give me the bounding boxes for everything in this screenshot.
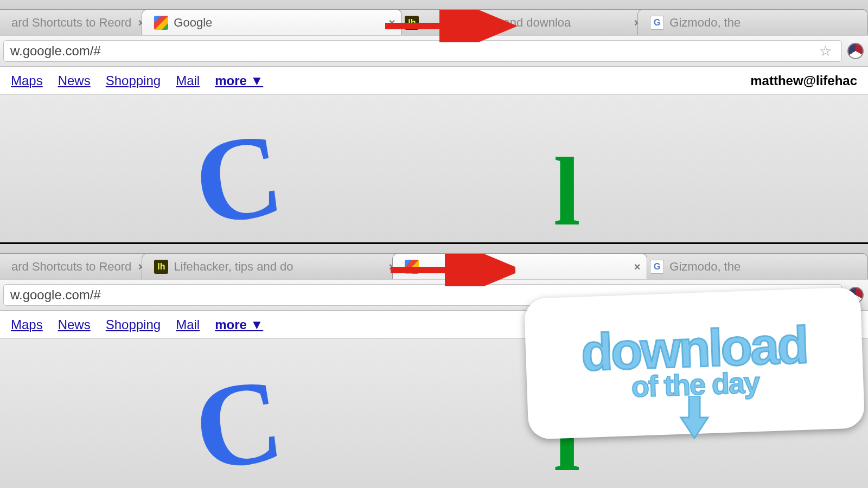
nav-more[interactable]: more ▼ xyxy=(215,317,263,332)
page-content: C l xyxy=(0,95,868,242)
tab-strip-top: ard Shortcuts to Reord × Google × lh ack… xyxy=(0,0,868,35)
close-icon[interactable]: × xyxy=(389,17,395,28)
tab-label: Gizmodo, the xyxy=(669,260,741,274)
nav-news[interactable]: News xyxy=(58,73,91,88)
lifehacker-favicon: lh xyxy=(154,260,168,274)
nav-mail[interactable]: Mail xyxy=(176,73,200,88)
tab-label: acker, tips and downloa xyxy=(446,16,571,30)
nav-shopping[interactable]: Shopping xyxy=(106,73,161,88)
tab-label: Gizmodo, the xyxy=(669,16,741,30)
nav-mail[interactable]: Mail xyxy=(176,317,200,332)
url-field[interactable]: w.google.com/# ☆ xyxy=(3,40,842,62)
tab-google[interactable]: oogle × xyxy=(392,253,647,279)
page-content: C l xyxy=(0,339,868,488)
tab-gizmodo[interactable]: G Gizmodo, the xyxy=(637,253,868,279)
address-bar: w.google.com/# ☆ xyxy=(0,35,868,67)
tab-google[interactable]: Google × xyxy=(142,9,402,35)
logo-fragment: C xyxy=(186,105,291,242)
tab-label: oogle xyxy=(446,260,475,274)
google-nav: Maps News Shopping Mail more ▼ matthew@l… xyxy=(0,311,868,339)
google-favicon xyxy=(154,16,168,30)
tab-label: Lifehacker, tips and do xyxy=(174,260,293,274)
tab-label: Google xyxy=(174,16,212,30)
nav-maps[interactable]: Maps xyxy=(11,317,43,332)
user-email[interactable]: matthew@lifehac xyxy=(750,317,857,332)
nav-news[interactable]: News xyxy=(58,317,91,332)
tab-label: ard Shortcuts to Reord xyxy=(11,260,131,274)
google-nav: Maps News Shopping Mail more ▼ matthew@l… xyxy=(0,67,868,95)
lifehacker-favicon: lh xyxy=(405,16,419,30)
tab-strip-bottom: ard Shortcuts to Reord × lh Lifehacker, … xyxy=(0,244,868,279)
gizmodo-favicon: G xyxy=(650,16,664,30)
logo-fragment: C xyxy=(186,351,291,488)
google-favicon xyxy=(405,260,419,274)
nav-shopping[interactable]: Shopping xyxy=(106,317,161,332)
user-email[interactable]: matthew@lifehac xyxy=(750,73,857,88)
before-panel: ard Shortcuts to Reord × Google × lh ack… xyxy=(0,0,868,244)
close-icon[interactable]: × xyxy=(634,261,641,272)
gizmodo-favicon: G xyxy=(650,260,664,274)
tab-gizmodo[interactable]: G Gizmodo, the xyxy=(637,9,868,35)
bookmark-star-icon[interactable]: ☆ xyxy=(819,287,832,304)
extension-icon[interactable] xyxy=(847,43,864,59)
logo-fragment: l xyxy=(553,381,580,488)
nav-maps[interactable]: Maps xyxy=(11,73,43,88)
url-text: w.google.com/# xyxy=(10,287,816,303)
tab-shortcuts[interactable]: ard Shortcuts to Reord × xyxy=(0,9,151,35)
extension-icon[interactable] xyxy=(847,287,864,303)
after-panel: ard Shortcuts to Reord × lh Lifehacker, … xyxy=(0,244,868,488)
url-text: w.google.com/# xyxy=(10,43,816,59)
nav-more[interactable]: more ▼ xyxy=(215,73,263,88)
tab-lifehacker[interactable]: lh Lifehacker, tips and do × xyxy=(142,253,402,279)
tab-lifehacker[interactable]: lh acker, tips and downloa × xyxy=(392,9,647,35)
logo-fragment: l xyxy=(553,136,580,242)
url-field[interactable]: w.google.com/# ☆ xyxy=(3,284,842,306)
bookmark-star-icon[interactable]: ☆ xyxy=(819,43,832,60)
tab-shortcuts[interactable]: ard Shortcuts to Reord × xyxy=(0,253,151,279)
address-bar: w.google.com/# ☆ xyxy=(0,279,868,311)
tab-label: ard Shortcuts to Reord xyxy=(11,16,131,30)
